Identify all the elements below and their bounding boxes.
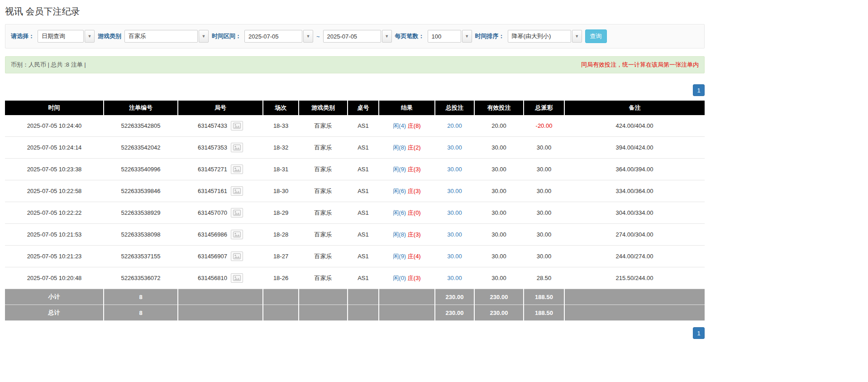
game-type-select[interactable]: 百家乐 ▼ <box>124 30 209 43</box>
valid-bet-cell: 20.00 <box>474 115 524 137</box>
chevron-down-icon[interactable]: ▼ <box>303 30 313 43</box>
payout-cell: 28.50 <box>524 267 564 289</box>
bet-id-cell: 522633538929 <box>104 202 178 224</box>
table-row: 2025-07-05 10:20:48522633536072631456810… <box>5 267 705 289</box>
valid-bet-cell: 30.00 <box>474 224 524 246</box>
date-to-picker[interactable]: 2025-07-05 ▼ <box>323 30 392 43</box>
sort-label: 时间排序： <box>475 32 505 40</box>
chevron-down-icon[interactable]: ▼ <box>199 30 209 43</box>
summary-count: 8 <box>104 289 178 305</box>
bet-id-cell: 522633538098 <box>104 224 178 246</box>
total-bet-link[interactable]: 30.00 <box>447 275 462 281</box>
page-size-label: 每页笔数： <box>395 32 424 40</box>
result-cell: 闲(9) 庄(4) <box>379 246 435 267</box>
summary-payout: 188.50 <box>524 305 564 321</box>
chevron-down-icon[interactable]: ▼ <box>462 30 472 43</box>
result-player: 闲(8) <box>393 144 406 151</box>
picture-icon <box>233 166 241 172</box>
remark-cell: 304.00/334.00 <box>564 202 705 224</box>
total-bet-link[interactable]: 30.00 <box>447 253 462 260</box>
result-banker: 庄(3) <box>408 166 421 173</box>
valid-bet-cell: 30.00 <box>474 202 524 224</box>
column-header: 时间 <box>5 101 104 115</box>
table-number-cell: AS1 <box>348 246 379 267</box>
session-cell: 18-28 <box>263 224 299 246</box>
result-image-icon[interactable] <box>231 208 243 218</box>
round-id: 631457433 <box>198 122 227 129</box>
chevron-down-icon[interactable]: ▼ <box>382 30 392 43</box>
page-1-button[interactable]: 1 <box>693 84 705 96</box>
time-cell: 2025-07-05 10:21:53 <box>5 224 104 246</box>
game-type-label: 游戏类别 <box>98 32 121 40</box>
total-bet-link[interactable]: 20.00 <box>447 122 462 129</box>
time-cell: 2025-07-05 10:20:48 <box>5 267 104 289</box>
table-body: 2025-07-05 10:24:40522633542805631457433… <box>5 115 705 289</box>
bet-id-cell: 522633539846 <box>104 180 178 202</box>
page-container: 视讯 会员下注纪录 请选择： 日期查询 ▼ 游戏类别 百家乐 ▼ 时间区间： 2… <box>5 5 705 339</box>
bet-id-cell: 522633542805 <box>104 115 178 137</box>
round-id: 631457353 <box>198 144 227 151</box>
round-id: 631457161 <box>198 188 227 194</box>
result-banker: 庄(4) <box>408 253 421 260</box>
result-image-icon[interactable] <box>231 121 243 131</box>
total-bet-link[interactable]: 30.00 <box>447 209 462 216</box>
pagination-top: 1 <box>5 84 705 96</box>
result-cell: 闲(4) 庄(8) <box>379 115 435 137</box>
round-cell: 631457353 <box>178 137 263 159</box>
date-from-picker[interactable]: 2025-07-05 ▼ <box>244 30 313 43</box>
result-image-icon[interactable] <box>231 186 243 196</box>
result-cell: 闲(8) 庄(2) <box>379 137 435 159</box>
result-player: 闲(0) <box>393 275 406 281</box>
search-button[interactable]: 查询 <box>585 29 607 43</box>
date-from-value[interactable]: 2025-07-05 <box>244 30 302 43</box>
time-cell: 2025-07-05 10:23:38 <box>5 159 104 180</box>
summary-label: 小计 <box>5 289 104 305</box>
result-cell: 闲(6) 庄(3) <box>379 180 435 202</box>
page-size-select[interactable]: 100 ▼ <box>428 30 472 43</box>
session-cell: 18-31 <box>263 159 299 180</box>
session-cell: 18-33 <box>263 115 299 137</box>
game-type-value[interactable]: 百家乐 <box>124 30 198 43</box>
game-type-cell: 百家乐 <box>299 180 348 202</box>
summary-remark <box>564 305 705 321</box>
round-cell: 631456907 <box>178 246 263 267</box>
round-cell: 631457271 <box>178 159 263 180</box>
result-banker: 庄(2) <box>408 144 421 151</box>
round-cell: 631456986 <box>178 224 263 246</box>
total-bet-link[interactable]: 30.00 <box>447 231 462 238</box>
time-cell: 2025-07-05 10:22:22 <box>5 202 104 224</box>
time-cell: 2025-07-05 10:21:23 <box>5 246 104 267</box>
remark-cell: 244.00/274.00 <box>564 246 705 267</box>
query-type-value[interactable]: 日期查询 <box>38 30 84 43</box>
result-image-icon[interactable] <box>231 230 243 239</box>
payout-cell: 30.00 <box>524 137 564 159</box>
total-bet-link[interactable]: 30.00 <box>447 166 462 173</box>
column-header: 备注 <box>564 101 705 115</box>
total-bet-link[interactable]: 30.00 <box>447 144 462 151</box>
result-banker: 庄(3) <box>408 231 421 238</box>
date-to-value[interactable]: 2025-07-05 <box>323 30 381 43</box>
table-row: 2025-07-05 10:24:14522633542042631457353… <box>5 137 705 159</box>
time-cell: 2025-07-05 10:22:58 <box>5 180 104 202</box>
page-title: 视讯 会员下注纪录 <box>5 5 705 18</box>
sort-order-value[interactable]: 降幂(由大到小) <box>508 30 571 43</box>
result-image-icon[interactable] <box>231 164 243 174</box>
remark-cell: 394.00/424.00 <box>564 137 705 159</box>
round-id: 631457070 <box>198 209 227 216</box>
table-number-cell: AS1 <box>348 115 379 137</box>
sort-order-select[interactable]: 降幂(由大到小) ▼ <box>508 30 582 43</box>
result-cell: 闲(9) 庄(3) <box>379 159 435 180</box>
chevron-down-icon[interactable]: ▼ <box>572 30 582 43</box>
result-image-icon[interactable] <box>231 143 243 152</box>
chevron-down-icon[interactable]: ▼ <box>85 30 95 43</box>
query-type-select[interactable]: 日期查询 ▼ <box>38 30 95 43</box>
page-size-value[interactable]: 100 <box>428 30 461 43</box>
result-image-icon[interactable] <box>231 273 243 283</box>
result-image-icon[interactable] <box>231 251 243 261</box>
total-bet-link[interactable]: 30.00 <box>447 188 462 194</box>
page-1-button[interactable]: 1 <box>693 327 705 339</box>
table-row: 2025-07-05 10:22:22522633538929631457070… <box>5 202 705 224</box>
round-cell: 631457433 <box>178 115 263 137</box>
session-cell: 18-30 <box>263 180 299 202</box>
table-number-cell: AS1 <box>348 224 379 246</box>
